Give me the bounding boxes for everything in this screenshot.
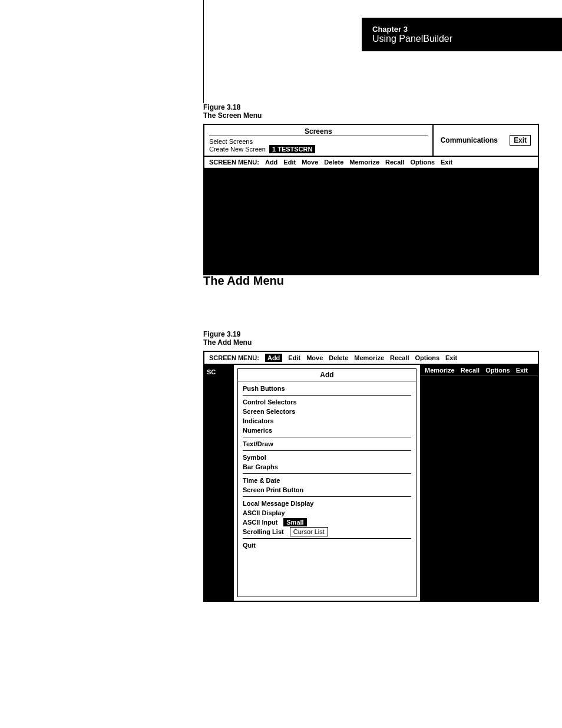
add-menu-add-highlighted[interactable]: Add [265,354,282,362]
figure319-title: The Add Menu [203,338,252,347]
select-screens-item[interactable]: Select Screens [209,138,428,145]
menu-bar-label: SCREEN MENU: [209,159,259,166]
add-menu-left-panel: SC [204,365,234,601]
right-exit[interactable]: Exit [516,367,528,374]
add-menu-delete[interactable]: Delete [329,354,348,361]
list-item[interactable]: Text/Draw [243,439,411,449]
add-menu-mockup: SCREEN MENU: Add Edit Move Delete Memori… [203,351,539,602]
add-menu-edit[interactable]: Edit [288,354,300,361]
add-menu-recall[interactable]: Recall [390,354,409,361]
right-recall[interactable]: Recall [461,367,480,374]
list-item[interactable]: Bar Graphs [243,462,411,472]
menu-recall[interactable]: Recall [385,159,404,166]
menu-divider [243,496,411,497]
menu-divider [243,538,411,539]
figure318-label: Figure 3.18 The Screen Menu [203,103,262,120]
exit-button[interactable]: Exit [510,135,531,146]
screens-panel: Screens Select Screens Create New Screen… [204,125,434,156]
list-item[interactable]: Symbol [243,453,411,462]
scrolling-list-row: Scrolling List Cursor List [243,527,411,536]
list-item[interactable]: Indicators [243,416,411,426]
ascii-input-row: ASCII Input Small [243,518,411,527]
list-item[interactable]: Local Message Display [243,499,411,508]
list-item[interactable]: Push Buttons [243,384,411,393]
create-new-screen-item[interactable]: Create New Screen 1 TESTSCRN [209,145,428,153]
list-item[interactable]: Control Selectors [243,397,411,407]
ascii-input-item[interactable]: ASCII Input [243,518,277,527]
menu-divider [243,473,411,474]
add-menu-body: SC Add Push Buttons Control Selectors Sc… [204,365,538,601]
sc-label: SC [204,365,234,379]
add-menu-exit[interactable]: Exit [445,354,457,361]
menu-divider [243,395,411,396]
list-item[interactable]: Time & Date [243,476,411,485]
chapter-header: Chapter 3 Using PanelBuilder [362,18,562,51]
cursor-list-badge: Cursor List [290,527,328,536]
chapter-number: Chapter 3 [372,25,551,34]
menu-divider [243,437,411,437]
screen-menu-black-area [204,168,538,274]
figure319-label: Figure 3.19 The Add Menu [203,330,252,347]
screen-menu-mockup: Screens Select Screens Create New Screen… [203,124,539,275]
list-item[interactable]: Screen Print Button [243,485,411,495]
small-badge: Small [283,518,306,526]
list-item[interactable]: Numerics [243,426,411,435]
chapter-title: Using PanelBuilder [372,34,551,44]
add-menu-bar-label: SCREEN MENU: [209,354,259,361]
communications-label: Communications [441,136,498,144]
list-item[interactable]: ASCII Display [243,508,411,518]
menu-divider [243,450,411,451]
add-dropdown-panel: Add Push Buttons Control Selectors Scree… [237,368,416,597]
figure319-number: Figure 3.19 [203,330,252,338]
add-menu-top-bar: SCREEN MENU: Add Edit Move Delete Memori… [204,352,538,365]
add-menu-move[interactable]: Move [306,354,323,361]
menu-memorize[interactable]: Memorize [349,159,379,166]
add-menu-right-bar: Memorize Recall Options Exit [420,365,538,376]
add-menu-right-panel: Memorize Recall Options Exit [420,365,538,601]
quit-item[interactable]: Quit [243,541,411,550]
right-memorize[interactable]: Memorize [425,367,455,374]
vertical-divider [203,0,204,103]
add-dropdown-title: Add [238,369,416,381]
menu-edit[interactable]: Edit [283,159,296,166]
menu-options[interactable]: Options [410,159,435,166]
add-dropdown-items: Push Buttons Control Selectors Screen Se… [238,381,416,552]
list-item[interactable]: Screen Selectors [243,407,411,416]
communications-panel: Communications Exit [434,125,538,156]
scrolling-list-item[interactable]: Scrolling List [243,527,284,536]
menu-move[interactable]: Move [302,159,318,166]
screen-menu-top: Screens Select Screens Create New Screen… [204,125,538,157]
add-menu-section-title: The Add Menu [203,274,284,288]
screen-menu-bar: SCREEN MENU: Add Edit Move Delete Memori… [204,157,538,168]
menu-exit[interactable]: Exit [441,159,452,166]
figure318-title: The Screen Menu [203,111,262,120]
menu-delete[interactable]: Delete [324,159,343,166]
add-menu-options[interactable]: Options [415,354,439,361]
screens-title: Screens [209,127,428,136]
add-menu-memorize[interactable]: Memorize [354,354,384,361]
right-options[interactable]: Options [485,367,510,374]
figure318-number: Figure 3.18 [203,103,262,111]
menu-add[interactable]: Add [265,159,277,166]
highlighted-screen: 1 TESTSCRN [269,145,315,153]
